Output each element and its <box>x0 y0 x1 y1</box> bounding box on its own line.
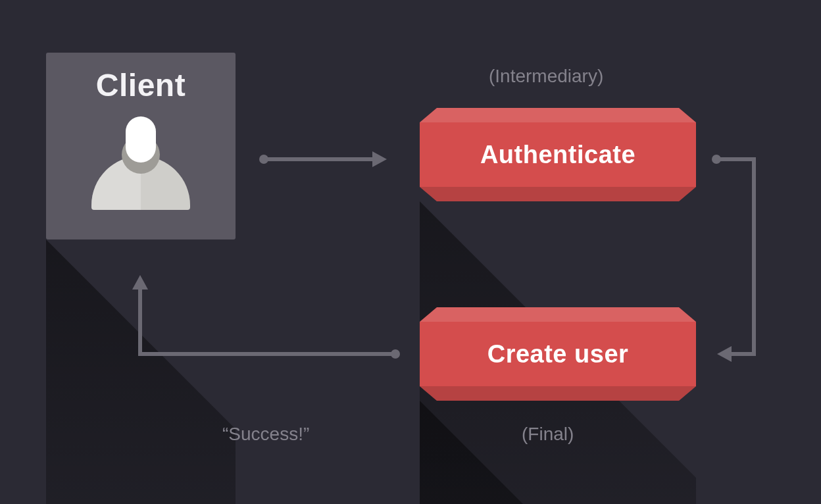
authenticate-label: Authenticate <box>420 108 696 201</box>
success-message: “Success!” <box>222 424 309 445</box>
final-caption: (Final) <box>522 424 574 445</box>
user-icon <box>91 111 190 210</box>
create-user-label: Create user <box>420 307 696 401</box>
client-node: Client <box>46 53 236 239</box>
client-title: Client <box>46 53 236 103</box>
create-user-node: Create user <box>420 307 696 401</box>
intermediary-caption: (Intermediary) <box>489 66 603 87</box>
authenticate-node: Authenticate <box>420 108 696 201</box>
